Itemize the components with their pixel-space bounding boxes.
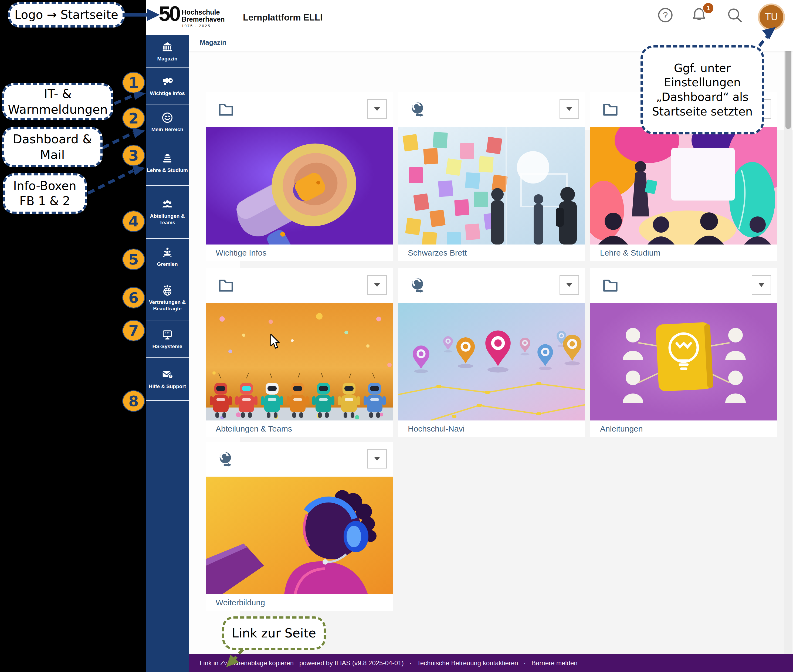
copy-link-to-clipboard[interactable]: Link in Zwischenablage kopieren	[200, 659, 294, 667]
people-icon	[161, 198, 173, 211]
card-image-megaphone	[206, 127, 393, 245]
folder-icon	[601, 276, 619, 295]
annotation-number-1: 1	[122, 72, 145, 93]
card-header	[590, 268, 777, 303]
globe-people-icon	[161, 284, 173, 297]
card-title-link[interactable]: Abteilungen & Teams	[216, 424, 292, 433]
screenshot-stage: 50 Hochschule Bremerhaven 1975 - 2025 Le…	[0, 0, 793, 672]
caret-down-icon	[374, 457, 380, 461]
annotation-dashboard-mail: Dashboard & Mail	[2, 127, 103, 167]
link-icon	[409, 276, 427, 295]
card-weiterbildung[interactable]: Weiterbildung	[206, 442, 393, 611]
card-wichtige-infos[interactable]: Wichtige Infos	[206, 92, 393, 261]
sidebar-item-label: Abteilungen & Teams	[147, 213, 188, 226]
question-circle-icon: ?	[657, 6, 674, 24]
sidebar-item-gremien[interactable]: Gremien	[146, 239, 189, 275]
card-title-link[interactable]: Schwarzes Brett	[408, 248, 467, 257]
sidebar: MagazinWichtige InfosMein BereichLehre &…	[146, 35, 189, 672]
smiley-icon	[161, 112, 173, 124]
sidebar-item-hs-systeme[interactable]: HS-Systeme	[146, 321, 189, 358]
card-footer: Wichtige Infos	[206, 245, 393, 261]
sidebar-item-lehre-studium[interactable]: Lehre & Studium	[146, 140, 189, 186]
card-hochschul-navi[interactable]: Hochschul-Navi	[398, 268, 585, 437]
caret-down-icon	[758, 283, 764, 287]
sidebar-item-hilfe-support[interactable]: ?Hilfe & Support	[146, 358, 189, 401]
card-actions-dropdown[interactable]	[367, 275, 387, 295]
card-actions-dropdown[interactable]	[752, 275, 771, 295]
card-title-link[interactable]: Lehre & Studium	[600, 248, 660, 257]
sidebar-item-label: HS-Systeme	[152, 343, 183, 350]
search-button[interactable]	[726, 6, 743, 24]
report-barrier-link[interactable]: Barriere melden	[532, 659, 578, 667]
books-icon	[161, 152, 173, 165]
card-image-robots	[206, 303, 393, 421]
card-image-pins	[398, 303, 585, 421]
card-image-lightbulb	[590, 303, 777, 421]
logo-years: 1975 - 2025	[182, 24, 225, 28]
caret-down-icon	[374, 107, 380, 111]
sidebar-item-wichtige-infos[interactable]: Wichtige Infos	[146, 68, 189, 104]
vertical-scrollbar	[784, 35, 792, 654]
sidebar-item-label: Gremien	[157, 261, 178, 267]
card-actions-dropdown[interactable]	[559, 275, 579, 295]
sidebar-item-vertretungen-beauftragte[interactable]: Vertretungen & Beauftragte	[146, 275, 189, 321]
scrollbar-thumb[interactable]	[785, 37, 791, 129]
sidebar-item-mein-bereich[interactable]: Mein Bereich	[146, 104, 189, 140]
card-footer: Abteilungen & Teams	[206, 421, 393, 437]
link-icon	[217, 450, 235, 469]
card-actions-dropdown[interactable]	[559, 99, 579, 119]
card-header	[206, 268, 393, 303]
footer-separator: ·	[409, 659, 411, 667]
contact-support-link[interactable]: Technische Betreuung kontaktieren	[417, 659, 518, 667]
logo-50-mark: 50	[159, 3, 179, 28]
help-button[interactable]: ?	[657, 6, 674, 24]
card-image-headphones	[206, 477, 393, 594]
card-footer: Schwarzes Brett	[398, 245, 585, 261]
logo-text: Hochschule Bremerhaven 1975 - 2025	[182, 9, 225, 28]
annotation-logo-startseite: Logo → Startseite	[8, 2, 125, 27]
sidebar-item-label: Magazin	[157, 56, 178, 62]
card-title-link[interactable]: Weiterbildung	[216, 598, 265, 607]
breadcrumb-magazin[interactable]: Magazin	[200, 35, 226, 51]
annotation-number-2: 2	[122, 107, 145, 129]
card-actions-dropdown[interactable]	[367, 449, 387, 469]
card-title-link[interactable]: Hochschul-Navi	[408, 424, 465, 433]
link-icon	[409, 101, 427, 119]
card-image-stickynotes	[398, 127, 585, 245]
sidebar-item-abteilungen-teams[interactable]: Abteilungen & Teams	[146, 186, 189, 239]
folder-icon	[217, 101, 235, 119]
page-title: Lernplattform ELLI	[243, 0, 322, 35]
committee-icon	[161, 246, 173, 259]
card-title-link[interactable]: Wichtige Infos	[216, 248, 266, 257]
card-title-link[interactable]: Anleitungen	[600, 424, 642, 433]
caret-down-icon	[374, 283, 380, 287]
sidebar-item-label: Vertretungen & Beauftragte	[147, 299, 188, 312]
megaphone-icon	[161, 75, 173, 88]
card-footer: Anleitungen	[590, 421, 777, 437]
svg-text:?: ?	[170, 374, 171, 378]
top-header: 50 Hochschule Bremerhaven 1975 - 2025 Le…	[146, 0, 793, 35]
monitor-icon	[161, 328, 173, 341]
avatar[interactable]: TU	[758, 3, 785, 30]
annotation-link-zur-seite: Link zur Seite	[222, 616, 326, 650]
sidebar-item-label: Hilfe & Support	[149, 383, 186, 390]
annotation-info-boxen: Info-Boxen FB 1 & 2	[3, 173, 87, 214]
sidebar-item-magazin[interactable]: Magazin	[146, 35, 189, 68]
card-abteilungen-teams[interactable]: Abteilungen & Teams	[206, 268, 393, 437]
annotation-dashboard-startseite: Ggf. unter Einstellungen „Dashboard“ als…	[641, 45, 764, 134]
card-header	[206, 442, 393, 477]
search-icon	[726, 6, 743, 24]
logo-hochschule-bremerhaven[interactable]: 50 Hochschule Bremerhaven 1975 - 2025	[159, 3, 225, 28]
card-header	[398, 92, 585, 127]
annotation-number-7: 7	[122, 320, 145, 341]
card-schwarzes-brett[interactable]: Schwarzes Brett	[398, 92, 585, 261]
caret-down-icon	[566, 107, 572, 111]
footer-separator: ·	[524, 659, 526, 667]
logo-line2: Bremerhaven	[182, 16, 225, 23]
card-anleitungen[interactable]: Anleitungen	[590, 268, 777, 437]
annotation-number-5: 5	[122, 248, 145, 270]
annotation-number-8: 8	[122, 390, 145, 412]
card-actions-dropdown[interactable]	[367, 99, 387, 119]
card-header	[206, 92, 393, 127]
logo-line1: Hochschule	[182, 9, 225, 16]
